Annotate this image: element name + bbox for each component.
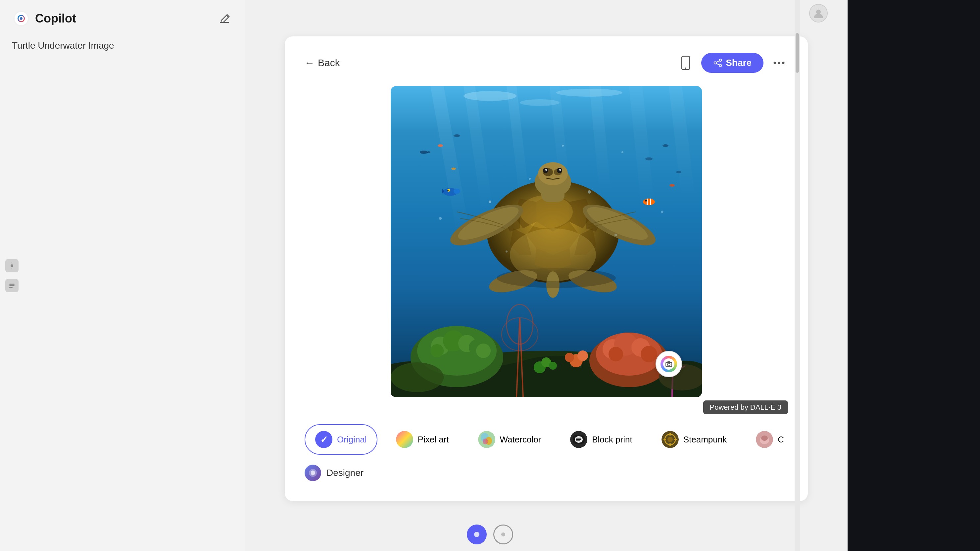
more-icon: [773, 61, 785, 65]
designer-footer: Designer: [305, 465, 788, 481]
svg-rect-105: [667, 361, 670, 362]
designer-label: Designer: [326, 468, 364, 478]
user-avatar[interactable]: [809, 4, 828, 22]
svg-point-104: [667, 364, 670, 366]
designer-icon: [305, 465, 321, 481]
filter-pixel-art-label: Pixel art: [418, 435, 449, 445]
bottom-nav-active[interactable]: [467, 524, 487, 545]
svg-point-36: [676, 171, 681, 173]
svg-point-78: [565, 353, 574, 362]
filter-watercolor[interactable]: Watercolor: [468, 424, 552, 455]
svg-point-19: [782, 62, 785, 64]
filter-steampunk[interactable]: Steampunk: [651, 424, 738, 455]
share-icon: [713, 58, 722, 68]
svg-point-102: [645, 200, 647, 202]
svg-point-32: [427, 151, 430, 153]
back-actions: Share: [677, 53, 788, 73]
svg-point-3: [11, 264, 13, 267]
svg-rect-6: [9, 284, 14, 284]
clay-filter-icon: [756, 431, 773, 448]
svg-point-68: [476, 343, 491, 358]
svg-point-98: [447, 190, 449, 191]
back-label: Back: [318, 57, 340, 68]
filter-original[interactable]: ✓ Original: [305, 424, 377, 455]
edit-icon: [218, 12, 231, 25]
svg-point-35: [645, 157, 652, 160]
filter-clay-label: Cl...: [778, 435, 785, 445]
pixel-art-filter-icon: [396, 431, 413, 448]
main-card: ← Back: [285, 37, 808, 501]
back-arrow-icon: ←: [305, 57, 315, 68]
svg-point-93: [614, 233, 617, 236]
svg-point-88: [588, 190, 591, 194]
svg-rect-7: [9, 285, 14, 286]
svg-point-59: [510, 228, 596, 281]
svg-point-123: [501, 532, 505, 537]
back-button[interactable]: ← Back: [305, 57, 340, 68]
svg-point-49: [559, 169, 561, 171]
svg-point-91: [661, 211, 663, 213]
history-item-turtle[interactable]: Turtle Underwater Image: [0, 35, 245, 57]
image-container: [305, 86, 788, 397]
more-options-button[interactable]: [770, 54, 788, 72]
copilot-logo: Copilot: [12, 9, 76, 28]
share-label: Share: [726, 57, 752, 68]
svg-rect-115: [670, 433, 671, 435]
svg-point-94: [506, 251, 508, 252]
sidebar-header: Copilot: [0, 0, 245, 35]
svg-point-11: [685, 68, 686, 69]
block-print-filter-icon: [570, 431, 587, 448]
svg-point-17: [774, 62, 776, 64]
camera-overlay-button[interactable]: [655, 351, 682, 377]
svg-point-31: [420, 151, 428, 154]
svg-point-43: [538, 162, 568, 185]
svg-rect-118: [674, 439, 677, 440]
filter-clay[interactable]: Cl...: [745, 424, 785, 455]
new-chat-button[interactable]: [216, 10, 233, 27]
filter-pixel-art[interactable]: Pixel art: [385, 424, 460, 455]
sidebar-icons: [0, 252, 24, 299]
svg-point-122: [474, 532, 479, 537]
svg-point-18: [778, 62, 780, 64]
svg-rect-50: [541, 185, 565, 202]
scrollbar[interactable]: [795, 0, 800, 551]
svg-point-30: [520, 99, 560, 106]
filter-block-print[interactable]: Block print: [560, 424, 643, 455]
scrollbar-thumb[interactable]: [795, 33, 799, 73]
svg-point-84: [391, 362, 444, 392]
filter-block-print-label: Block print: [592, 435, 632, 445]
main-content: ← Back: [245, 0, 848, 551]
original-filter-icon: ✓: [315, 431, 332, 448]
svg-point-39: [670, 184, 675, 187]
app-title: Copilot: [35, 11, 76, 25]
svg-point-9: [816, 10, 821, 14]
share-button[interactable]: Share: [701, 53, 764, 73]
steampunk-filter-icon: [662, 431, 679, 448]
camera-rainbow-icon: [660, 356, 677, 372]
svg-point-67: [430, 344, 444, 357]
svg-point-38: [451, 168, 456, 170]
svg-point-13: [714, 62, 716, 64]
svg-point-12: [719, 59, 722, 62]
mobile-icon: [679, 56, 692, 70]
svg-point-114: [667, 437, 673, 442]
svg-line-16: [716, 64, 719, 65]
svg-point-14: [719, 65, 722, 67]
svg-line-15: [716, 61, 719, 62]
mobile-button[interactable]: [677, 54, 695, 72]
turtle-scene-svg: [391, 86, 702, 397]
svg-point-34: [662, 144, 668, 147]
svg-point-121: [761, 435, 768, 441]
camera-inner-icon: [663, 359, 675, 370]
svg-point-75: [641, 346, 657, 362]
svg-point-28: [463, 91, 517, 101]
svg-point-87: [529, 178, 531, 180]
svg-point-92: [562, 144, 564, 147]
svg-point-90: [439, 217, 442, 220]
bottom-nav-inactive[interactable]: [493, 524, 513, 545]
back-navigation: ← Back: [305, 53, 788, 73]
filter-original-label: Original: [337, 435, 367, 445]
svg-point-99: [643, 198, 655, 205]
turtle-image: [391, 86, 702, 397]
copilot-logo-icon: [12, 9, 30, 28]
